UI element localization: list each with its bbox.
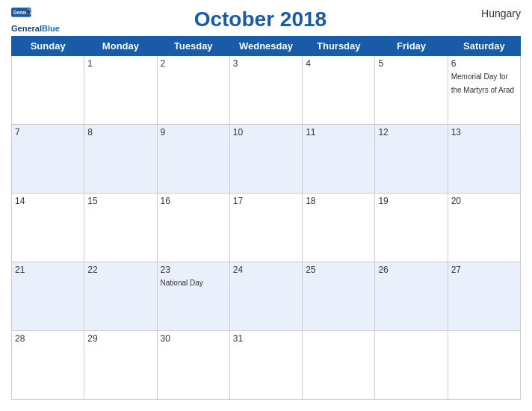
calendar-cell: 11 <box>303 125 375 194</box>
calendar-cell: 14 <box>12 194 84 262</box>
day-number: 1 <box>87 58 153 69</box>
calendar-cell: 31 <box>229 330 302 399</box>
day-number: 3 <box>233 58 299 69</box>
calendar-row-1: 123456Memorial Day for the Martyrs of Ar… <box>12 56 521 125</box>
day-number: 16 <box>161 196 226 206</box>
logo-blue: Blue <box>42 24 60 33</box>
day-number: 29 <box>87 333 153 344</box>
day-number: 6 <box>451 58 517 69</box>
day-number: 5 <box>378 58 444 69</box>
day-number: 19 <box>378 196 444 206</box>
calendar-cell <box>303 330 375 399</box>
calendar-cell: 28 <box>12 330 84 399</box>
day-number: 27 <box>451 265 517 275</box>
calendar-cell: 15 <box>84 194 157 262</box>
calendar-cell <box>12 56 84 125</box>
calendar-cell: 16 <box>157 194 229 262</box>
calendar-cell: 19 <box>375 194 448 262</box>
calendar-cell: 29 <box>84 330 157 399</box>
day-number: 9 <box>161 127 226 137</box>
day-number: 23 <box>161 265 226 275</box>
calendar-cell: 8 <box>84 125 157 194</box>
calendar-row-5: 28293031 <box>12 330 521 399</box>
day-number: 17 <box>233 196 299 206</box>
calendar-header: General GeneralBlue October 2018 Hungary <box>11 7 521 33</box>
day-number: 22 <box>87 265 153 275</box>
title-area: October 2018 <box>60 7 461 31</box>
header-sunday: Sunday <box>12 37 84 56</box>
day-number: 21 <box>15 265 81 275</box>
day-number: 26 <box>378 265 444 275</box>
logo-general: General <box>11 24 42 33</box>
header-saturday: Saturday <box>448 37 520 56</box>
logo: General GeneralBlue <box>11 7 60 33</box>
day-number: 31 <box>233 333 299 344</box>
calendar-title: October 2018 <box>194 7 327 31</box>
weekday-header-row: Sunday Monday Tuesday Wednesday Thursday… <box>12 37 521 56</box>
calendar-cell: 24 <box>229 262 302 331</box>
calendar-cell: 13 <box>448 125 520 194</box>
day-number: 30 <box>161 333 226 344</box>
calendar-cell: 21 <box>12 262 84 331</box>
day-number: 13 <box>451 127 517 137</box>
day-number: 18 <box>306 196 371 206</box>
calendar-cell: 9 <box>157 125 229 194</box>
calendar-table: Sunday Monday Tuesday Wednesday Thursday… <box>11 36 521 400</box>
header-thursday: Thursday <box>303 37 375 56</box>
country-name: Hungary <box>461 7 521 19</box>
calendar-row-4: 212223National Day24252627 <box>12 262 521 331</box>
day-number: 4 <box>306 58 371 69</box>
day-number: 7 <box>15 127 81 137</box>
calendar-cell: 2 <box>157 56 229 125</box>
day-number: 24 <box>233 265 299 275</box>
calendar-cell: 23National Day <box>157 262 229 331</box>
calendar-cell: 22 <box>84 262 157 331</box>
day-number: 2 <box>161 58 226 69</box>
calendar-cell: 18 <box>303 194 375 262</box>
day-number: 25 <box>306 265 371 275</box>
day-number: 28 <box>15 333 81 344</box>
header-wednesday: Wednesday <box>229 37 302 56</box>
calendar-cell: 3 <box>229 56 302 125</box>
day-number: 15 <box>87 196 153 206</box>
day-number: 12 <box>378 127 444 137</box>
calendar-cell <box>448 330 520 399</box>
header-friday: Friday <box>375 37 448 56</box>
header-monday: Monday <box>84 37 157 56</box>
calendar-cell: 6Memorial Day for the Martyrs of Arad <box>448 56 520 125</box>
day-number: 8 <box>87 127 153 137</box>
logo-icon: General <box>11 7 32 22</box>
calendar-row-2: 78910111213 <box>12 125 521 194</box>
calendar-row-3: 14151617181920 <box>12 194 521 262</box>
header-tuesday: Tuesday <box>157 37 229 56</box>
calendar-cell: 12 <box>375 125 448 194</box>
calendar-cell <box>375 330 448 399</box>
calendar-cell: 30 <box>157 330 229 399</box>
calendar-cell: 4 <box>303 56 375 125</box>
day-number: 11 <box>306 127 371 137</box>
day-number: 10 <box>233 127 299 137</box>
calendar-cell: 1 <box>84 56 157 125</box>
calendar-cell: 7 <box>12 125 84 194</box>
calendar-cell: 20 <box>448 194 520 262</box>
calendar-cell: 25 <box>303 262 375 331</box>
event-label: Memorial Day for the Martyrs of Arad <box>451 72 514 94</box>
calendar-cell: 10 <box>229 125 302 194</box>
event-label: National Day <box>161 279 203 287</box>
calendar-cell: 27 <box>448 262 520 331</box>
calendar-wrapper: General GeneralBlue October 2018 Hungary… <box>0 0 532 411</box>
calendar-cell: 17 <box>229 194 302 262</box>
calendar-cell: 5 <box>375 56 448 125</box>
day-number: 14 <box>15 196 81 206</box>
day-number: 20 <box>451 196 517 206</box>
calendar-cell: 26 <box>375 262 448 331</box>
